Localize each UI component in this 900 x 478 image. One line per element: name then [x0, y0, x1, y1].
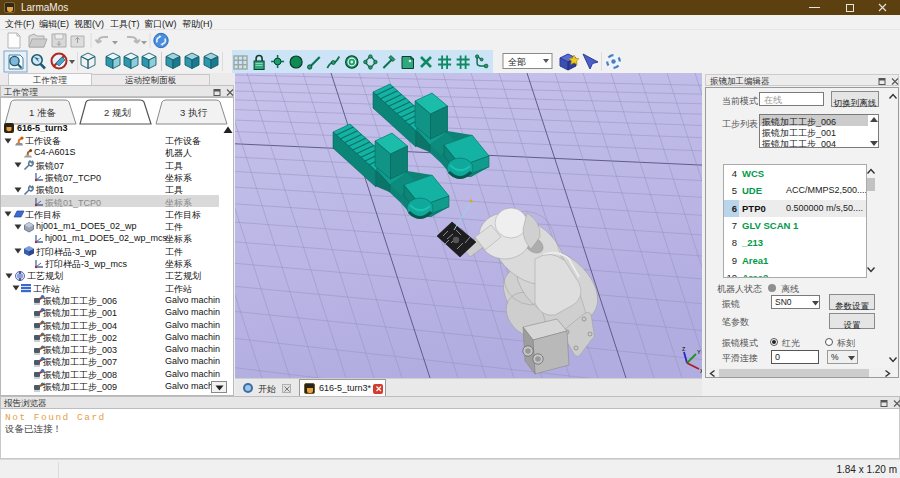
svg-text:X: X: [700, 368, 702, 374]
svg-text:Y: Y: [697, 349, 701, 355]
svg-text:全部: 全部: [508, 57, 526, 67]
